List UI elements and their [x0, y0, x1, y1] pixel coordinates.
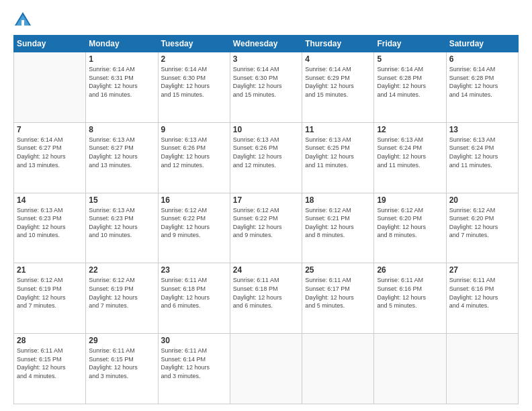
day-number: 25: [305, 265, 371, 275]
day-number: 12: [377, 125, 443, 134]
calendar-day-cell: 30Sunrise: 6:11 AM Sunset: 6:14 PM Dayli…: [158, 334, 230, 404]
day-of-week-header: Monday: [86, 36, 158, 52]
day-info: Sunrise: 6:12 AM Sunset: 6:22 PM Dayligh…: [233, 206, 299, 240]
day-number: 6: [449, 54, 515, 64]
calendar-day-cell: [302, 334, 374, 404]
day-info: Sunrise: 6:13 AM Sunset: 6:23 PM Dayligh…: [17, 206, 83, 240]
calendar-day-cell: 26Sunrise: 6:11 AM Sunset: 6:16 PM Dayli…: [374, 263, 446, 334]
day-info: Sunrise: 6:13 AM Sunset: 6:26 PM Dayligh…: [161, 136, 227, 169]
calendar-day-cell: 11Sunrise: 6:13 AM Sunset: 6:25 PM Dayli…: [302, 122, 374, 193]
calendar-day-cell: 21Sunrise: 6:12 AM Sunset: 6:19 PM Dayli…: [14, 263, 86, 334]
day-number: 23: [161, 265, 227, 275]
day-number: 15: [89, 195, 154, 205]
day-number: 2: [161, 54, 227, 64]
calendar-day-cell: 14Sunrise: 6:13 AM Sunset: 6:23 PM Dayli…: [14, 193, 86, 263]
calendar-week-row: 21Sunrise: 6:12 AM Sunset: 6:19 PM Dayli…: [14, 263, 519, 334]
calendar-day-cell: [446, 334, 518, 404]
calendar-day-cell: 7Sunrise: 6:14 AM Sunset: 6:27 PM Daylig…: [14, 122, 86, 193]
calendar-day-cell: 16Sunrise: 6:12 AM Sunset: 6:22 PM Dayli…: [158, 193, 230, 263]
day-number: 19: [377, 195, 443, 205]
day-number: 29: [89, 336, 154, 345]
calendar-day-cell: 25Sunrise: 6:11 AM Sunset: 6:17 PM Dayli…: [302, 263, 374, 334]
day-number: 18: [305, 195, 371, 205]
day-info: Sunrise: 6:14 AM Sunset: 6:31 PM Dayligh…: [89, 65, 154, 99]
calendar-day-cell: 23Sunrise: 6:11 AM Sunset: 6:18 PM Dayli…: [158, 263, 230, 334]
day-number: 28: [17, 336, 83, 345]
day-of-week-header: Tuesday: [158, 36, 230, 52]
day-info: Sunrise: 6:11 AM Sunset: 6:14 PM Dayligh…: [161, 347, 227, 380]
day-info: Sunrise: 6:13 AM Sunset: 6:26 PM Dayligh…: [233, 136, 299, 169]
day-number: 17: [233, 195, 299, 205]
calendar-table: SundayMondayTuesdayWednesdayThursdayFrid…: [13, 35, 519, 404]
day-info: Sunrise: 6:11 AM Sunset: 6:16 PM Dayligh…: [449, 276, 515, 310]
day-info: Sunrise: 6:14 AM Sunset: 6:30 PM Dayligh…: [161, 65, 227, 99]
calendar-day-cell: 29Sunrise: 6:11 AM Sunset: 6:15 PM Dayli…: [86, 334, 158, 404]
svg-rect-2: [21, 20, 24, 26]
day-number: 11: [305, 125, 371, 134]
day-info: Sunrise: 6:12 AM Sunset: 6:20 PM Dayligh…: [449, 206, 515, 240]
calendar-week-row: 7Sunrise: 6:14 AM Sunset: 6:27 PM Daylig…: [14, 122, 519, 193]
days-of-week-row: SundayMondayTuesdayWednesdayThursdayFrid…: [14, 36, 519, 52]
calendar-day-cell: 4Sunrise: 6:14 AM Sunset: 6:29 PM Daylig…: [302, 52, 374, 123]
day-number: 7: [17, 125, 83, 134]
day-of-week-header: Wednesday: [230, 36, 302, 52]
day-number: 27: [449, 265, 515, 275]
day-number: 21: [17, 265, 83, 275]
day-info: Sunrise: 6:12 AM Sunset: 6:19 PM Dayligh…: [89, 276, 154, 310]
calendar-day-cell: 22Sunrise: 6:12 AM Sunset: 6:19 PM Dayli…: [86, 263, 158, 334]
day-number: 1: [89, 54, 154, 64]
day-number: 13: [449, 125, 515, 134]
calendar-body: 1Sunrise: 6:14 AM Sunset: 6:31 PM Daylig…: [14, 52, 519, 404]
calendar-day-cell: 20Sunrise: 6:12 AM Sunset: 6:20 PM Dayli…: [446, 193, 518, 263]
day-number: 26: [377, 265, 443, 275]
day-number: 4: [305, 54, 371, 64]
page: SundayMondayTuesdayWednesdayThursdayFrid…: [0, 0, 532, 411]
day-number: 9: [161, 125, 227, 134]
calendar-day-cell: 17Sunrise: 6:12 AM Sunset: 6:22 PM Dayli…: [230, 193, 302, 263]
calendar-day-cell: [230, 334, 302, 404]
day-info: Sunrise: 6:14 AM Sunset: 6:27 PM Dayligh…: [17, 136, 83, 169]
day-number: 5: [377, 54, 443, 64]
day-info: Sunrise: 6:13 AM Sunset: 6:24 PM Dayligh…: [449, 136, 515, 169]
day-info: Sunrise: 6:11 AM Sunset: 6:17 PM Dayligh…: [305, 276, 371, 310]
day-number: 22: [89, 265, 154, 275]
calendar-day-cell: [14, 52, 86, 123]
day-number: 24: [233, 265, 299, 275]
calendar-day-cell: 9Sunrise: 6:13 AM Sunset: 6:26 PM Daylig…: [158, 122, 230, 193]
calendar-day-cell: 1Sunrise: 6:14 AM Sunset: 6:31 PM Daylig…: [86, 52, 158, 123]
calendar-day-cell: 18Sunrise: 6:12 AM Sunset: 6:21 PM Dayli…: [302, 193, 374, 263]
calendar-day-cell: 10Sunrise: 6:13 AM Sunset: 6:26 PM Dayli…: [230, 122, 302, 193]
day-of-week-header: Thursday: [302, 36, 374, 52]
calendar-day-cell: 5Sunrise: 6:14 AM Sunset: 6:28 PM Daylig…: [374, 52, 446, 123]
day-number: 30: [161, 336, 227, 345]
day-info: Sunrise: 6:12 AM Sunset: 6:20 PM Dayligh…: [377, 206, 443, 240]
day-number: 20: [449, 195, 515, 205]
day-number: 14: [17, 195, 83, 205]
calendar-week-row: 28Sunrise: 6:11 AM Sunset: 6:15 PM Dayli…: [14, 334, 519, 404]
header: [13, 11, 519, 30]
calendar-day-cell: 19Sunrise: 6:12 AM Sunset: 6:20 PM Dayli…: [374, 193, 446, 263]
day-info: Sunrise: 6:13 AM Sunset: 6:27 PM Dayligh…: [89, 136, 154, 169]
calendar-day-cell: 28Sunrise: 6:11 AM Sunset: 6:15 PM Dayli…: [14, 334, 86, 404]
calendar-day-cell: 24Sunrise: 6:11 AM Sunset: 6:18 PM Dayli…: [230, 263, 302, 334]
calendar-day-cell: 15Sunrise: 6:13 AM Sunset: 6:23 PM Dayli…: [86, 193, 158, 263]
day-number: 8: [89, 125, 154, 134]
day-info: Sunrise: 6:11 AM Sunset: 6:18 PM Dayligh…: [233, 276, 299, 310]
day-of-week-header: Sunday: [14, 36, 86, 52]
logo-icon: [13, 11, 32, 30]
day-of-week-header: Saturday: [446, 36, 518, 52]
day-of-week-header: Friday: [374, 36, 446, 52]
day-info: Sunrise: 6:11 AM Sunset: 6:16 PM Dayligh…: [377, 276, 443, 310]
day-number: 10: [233, 125, 299, 134]
day-info: Sunrise: 6:12 AM Sunset: 6:19 PM Dayligh…: [17, 276, 83, 310]
calendar-day-cell: 8Sunrise: 6:13 AM Sunset: 6:27 PM Daylig…: [86, 122, 158, 193]
calendar-day-cell: 13Sunrise: 6:13 AM Sunset: 6:24 PM Dayli…: [446, 122, 518, 193]
calendar-day-cell: [374, 334, 446, 404]
calendar-day-cell: 6Sunrise: 6:14 AM Sunset: 6:28 PM Daylig…: [446, 52, 518, 123]
calendar-day-cell: 12Sunrise: 6:13 AM Sunset: 6:24 PM Dayli…: [374, 122, 446, 193]
calendar-week-row: 1Sunrise: 6:14 AM Sunset: 6:31 PM Daylig…: [14, 52, 519, 123]
day-number: 3: [233, 54, 299, 64]
calendar-day-cell: 2Sunrise: 6:14 AM Sunset: 6:30 PM Daylig…: [158, 52, 230, 123]
calendar-week-row: 14Sunrise: 6:13 AM Sunset: 6:23 PM Dayli…: [14, 193, 519, 263]
calendar-day-cell: 3Sunrise: 6:14 AM Sunset: 6:30 PM Daylig…: [230, 52, 302, 123]
